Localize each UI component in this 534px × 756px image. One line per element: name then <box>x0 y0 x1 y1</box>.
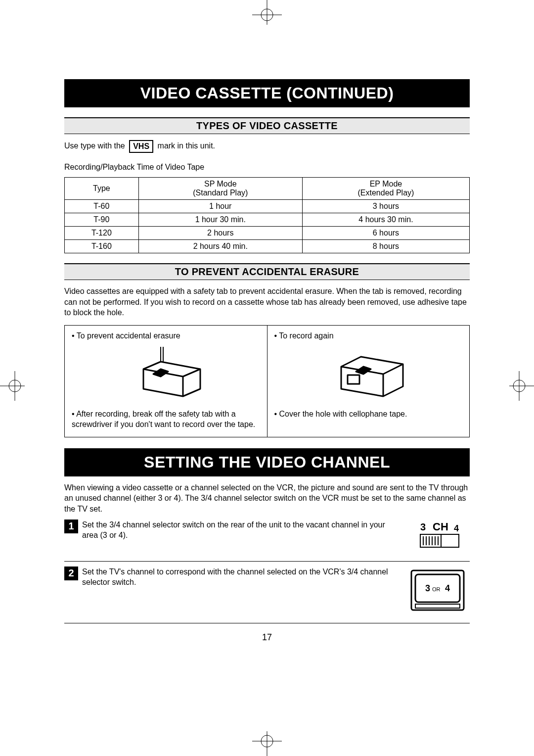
table-row: T-120 2 hours 6 hours <box>65 227 470 240</box>
step-2-row: 2 Set the TV's channel to correspond wit… <box>64 562 470 623</box>
step-1-row: 1 Set the 3/4 channel selector switch on… <box>64 515 470 562</box>
right-bullet-2: • Cover the hole with cellophane tape. <box>274 409 463 420</box>
header-ep: EP Mode (Extended Play) <box>302 178 469 200</box>
cell-ep: 8 hours <box>302 240 469 253</box>
use-type-post: mark in this unit. <box>158 142 215 150</box>
left-bullet-2: • After recording, break off the safety … <box>72 409 260 430</box>
svg-text:OR: OR <box>432 586 441 592</box>
header-type: Type <box>65 178 139 200</box>
cell-sp: 1 hour 30 min. <box>138 213 302 227</box>
cell-sp: 2 hours <box>138 227 302 240</box>
header-ep-a: EP Mode <box>370 180 402 188</box>
table-row: T-60 1 hour 3 hours <box>65 200 470 213</box>
step-1-text: Set the 3/4 channel selector switch on t… <box>82 520 400 541</box>
switch-3: 3 <box>420 521 426 532</box>
header-sp: SP Mode (Standard Play) <box>138 178 302 200</box>
erasure-diagram-box: • To prevent accidental erasure • After … <box>64 325 470 437</box>
svg-rect-23 <box>415 604 460 608</box>
step-1-badge: 1 <box>64 520 78 533</box>
cell-ep: 3 hours <box>302 200 469 213</box>
svg-text:3: 3 <box>425 583 430 593</box>
table-row: T-160 2 hours 40 min. 8 hours <box>65 240 470 253</box>
tv-set-icon: 3 OR 4 <box>405 567 470 618</box>
banner-video-cassette: VIDEO CASSETTE (CONTINUED) <box>64 79 470 107</box>
cell-ep: 4 hours 30 min. <box>302 213 469 227</box>
section-erasure: TO PREVENT ACCIDENTAL ERASURE <box>64 263 470 280</box>
svg-rect-12 <box>348 375 359 384</box>
section-types: TYPES OF VIDEO CASSETTE <box>64 117 470 134</box>
erasure-left-col: • To prevent accidental erasure • After … <box>65 326 267 437</box>
switch-4: 4 <box>454 523 459 533</box>
cell-type: T-90 <box>65 213 139 227</box>
cell-sp: 2 hours 40 min. <box>138 240 302 253</box>
tape-time-table: Type SP Mode (Standard Play) EP Mode (Ex… <box>64 177 470 253</box>
cell-type: T-60 <box>65 200 139 213</box>
cassette-break-tab-icon <box>126 344 205 404</box>
erasure-paragraph: Video cassettes are equipped with a safe… <box>64 286 470 318</box>
step-2-badge: 2 <box>64 567 78 580</box>
cell-ep: 6 hours <box>302 227 469 240</box>
cell-type: T-120 <box>65 227 139 240</box>
table-row: T-90 1 hour 30 min. 4 hours 30 min. <box>65 213 470 227</box>
vhs-logo: VHS <box>129 140 153 153</box>
left-bullet-1: • To prevent accidental erasure <box>72 331 260 341</box>
cell-sp: 1 hour <box>138 200 302 213</box>
erasure-right-col: • To record again • Cover the hole with … <box>267 326 470 437</box>
table-caption: Recording/Playback Time of Video Tape <box>64 162 470 173</box>
cell-type: T-160 <box>65 240 139 253</box>
switch-ch: CH <box>433 520 448 533</box>
svg-text:4: 4 <box>445 583 450 593</box>
use-type-line: Use type with the VHS mark in this unit. <box>64 140 470 153</box>
right-bullet-1: • To record again <box>274 331 463 341</box>
step-2-text: Set the TV's channel to correspond with … <box>82 567 400 588</box>
channel-switch-icon: 3 CH 4 <box>405 520 470 556</box>
use-type-pre: Use type with the <box>64 142 125 150</box>
cassette-tape-hole-icon <box>329 344 408 404</box>
header-sp-b: (Standard Play) <box>193 189 248 197</box>
svg-rect-20 <box>441 534 459 547</box>
header-ep-b: (Extended Play) <box>358 189 414 197</box>
table-header-row: Type SP Mode (Standard Play) EP Mode (Ex… <box>65 178 470 200</box>
header-sp-a: SP Mode <box>204 180 237 188</box>
banner-video-channel: SETTING THE VIDEO CHANNEL <box>64 448 470 476</box>
page-number: 17 <box>64 632 470 643</box>
channel-paragraph: When viewing a video cassette or a chann… <box>64 482 470 515</box>
